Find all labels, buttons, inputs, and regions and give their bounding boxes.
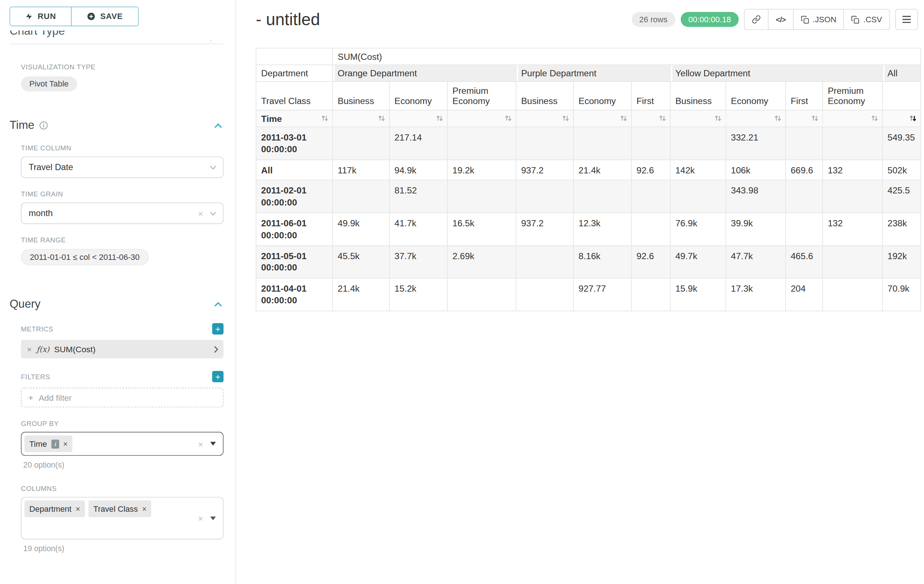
chart-title[interactable]: - untitled	[256, 10, 320, 29]
collapse-chevron-icon[interactable]	[214, 123, 223, 128]
sort-header-cell[interactable]	[882, 110, 921, 127]
add-filter-button[interactable]: +	[212, 371, 223, 382]
chevron-down-icon	[210, 211, 216, 215]
selected-value-tag[interactable]: Department×	[25, 500, 85, 517]
time-section-title: Time	[10, 119, 34, 132]
department-header-row: DepartmentOrange DepartmentPurple Depart…	[256, 65, 921, 82]
export-csv-button[interactable]: .CSV	[844, 9, 890, 30]
pivot-value-cell	[447, 180, 516, 213]
clear-icon[interactable]: ×	[198, 209, 203, 218]
chart-type-clipped-title: Chart Type	[10, 30, 65, 38]
pivot-value-cell: 117k	[333, 160, 389, 180]
sort-header-cell[interactable]	[389, 110, 447, 127]
query-timer-badge: 00:00:00.18	[681, 12, 739, 27]
clear-icon[interactable]: ×	[198, 439, 203, 449]
time-grain-label: TIME GRAIN	[21, 191, 223, 198]
pivot-data-row: 2011-03-01 00:00:00217.14332.21549.35	[256, 127, 921, 160]
travel-class-header	[882, 81, 921, 110]
chart-panel: - untitled 26 rows 00:00:00.18 </>	[237, 0, 924, 584]
export-json-button[interactable]: .JSON	[793, 9, 844, 30]
sort-icon[interactable]	[658, 114, 666, 122]
add-metric-button[interactable]: +	[212, 323, 223, 334]
sort-icon[interactable]	[436, 114, 443, 122]
time-grain-select[interactable]: month ×	[21, 202, 223, 224]
row-dimension-label: Travel Class	[256, 81, 332, 110]
pivot-value-cell: 70.9k	[882, 278, 921, 311]
sort-header-cell[interactable]	[670, 110, 726, 127]
pivot-value-cell: 937.2	[516, 160, 573, 180]
query-section-title: Query	[10, 298, 41, 311]
pivot-value-cell: 217.14	[389, 127, 447, 160]
selected-value-tag[interactable]: Travel Class×	[88, 500, 151, 517]
pivot-value-cell: 204	[785, 278, 822, 311]
pivot-value-cell: 21.4k	[573, 160, 632, 180]
columns-options-hint: 19 option(s)	[23, 544, 223, 553]
time-range-label: TIME RANGE	[21, 237, 223, 244]
sort-icon[interactable]	[378, 114, 385, 122]
sort-header-cell[interactable]	[516, 110, 573, 127]
sort-icon[interactable]	[620, 114, 627, 122]
remove-tag-icon[interactable]: ×	[76, 505, 80, 513]
collapse-chevron-icon[interactable]	[214, 301, 223, 307]
sort-icon[interactable]	[714, 114, 722, 122]
group-by-label: GROUP BY	[21, 420, 223, 427]
copy-link-button[interactable]	[744, 9, 769, 30]
sort-header-cell[interactable]	[785, 110, 822, 127]
pivot-value-cell	[573, 180, 632, 213]
remove-metric-icon[interactable]: ×	[27, 344, 32, 354]
filters-control: FILTERS + + Add filter	[21, 371, 223, 407]
sort-icon[interactable]	[811, 114, 819, 122]
time-row-label: Time	[256, 110, 332, 127]
sort-header-cell[interactable]	[447, 110, 516, 127]
run-button-label: RUN	[38, 12, 56, 21]
info-icon[interactable]	[39, 121, 48, 130]
save-button[interactable]: SAVE	[71, 7, 139, 26]
travel-class-header: Economy	[573, 81, 632, 110]
pivot-value-cell: 465.6	[785, 246, 822, 278]
remove-tag-icon[interactable]: ×	[63, 440, 68, 447]
sort-header-cell[interactable]	[333, 110, 389, 127]
embed-code-button[interactable]: </>	[768, 9, 794, 30]
sort-desc-active-icon[interactable]	[909, 114, 917, 122]
time-column-select[interactable]: Travel Date	[21, 156, 223, 178]
add-filter-dropzone[interactable]: + Add filter	[21, 388, 223, 407]
pivot-value-cell: 81.52	[389, 180, 447, 213]
info-badge-icon[interactable]: i	[51, 439, 59, 449]
time-range-value[interactable]: 2011-01-01 ≤ col < 2011-06-30	[21, 249, 148, 265]
department-group-header: Orange Department	[333, 65, 516, 82]
pivot-value-cell	[785, 213, 822, 245]
sort-icon[interactable]	[871, 114, 878, 122]
chevron-down-icon	[210, 165, 216, 169]
pivot-value-cell	[670, 127, 726, 160]
sort-icon[interactable]	[774, 114, 782, 122]
pivot-value-cell	[447, 127, 516, 160]
sort-icon[interactable]	[562, 114, 569, 122]
run-button[interactable]: RUN	[10, 7, 72, 26]
sort-header-cell[interactable]	[573, 110, 632, 127]
metric-item[interactable]: × ƒ(x) SUM(Cost)	[21, 340, 223, 359]
sort-icon[interactable]	[321, 114, 329, 122]
section-divider	[10, 43, 223, 44]
function-icon: ƒ(x)	[36, 345, 49, 354]
time-section-header: Time	[10, 119, 223, 132]
clear-icon[interactable]: ×	[198, 513, 203, 523]
pivot-value-cell: 502k	[882, 160, 921, 180]
row-label: 2011-03-01 00:00:00	[256, 127, 332, 160]
visualization-type-value[interactable]: Pivot Table	[21, 76, 77, 91]
selected-value-tag[interactable]: Timei×	[25, 436, 72, 452]
sort-header-cell[interactable]	[726, 110, 785, 127]
more-menu-button[interactable]	[895, 9, 918, 30]
columns-select[interactable]: Department×Travel Class× ×	[21, 497, 223, 539]
department-group-header: All	[882, 65, 921, 82]
remove-tag-icon[interactable]: ×	[142, 505, 147, 513]
group-by-options-hint: 20 option(s)	[23, 461, 223, 470]
sort-icon[interactable]	[504, 114, 512, 122]
time-range-control: TIME RANGE 2011-01-01 ≤ col < 2011-06-30	[21, 237, 223, 265]
chevron-right-icon[interactable]	[214, 345, 218, 353]
travel-class-header: Business	[516, 81, 573, 110]
group-by-select[interactable]: Timei× ×	[21, 432, 223, 456]
pivot-value-cell: 92.6	[632, 160, 670, 180]
sort-header-cell[interactable]	[632, 110, 670, 127]
sort-header-cell[interactable]	[823, 110, 883, 127]
pivot-value-cell	[632, 213, 670, 245]
